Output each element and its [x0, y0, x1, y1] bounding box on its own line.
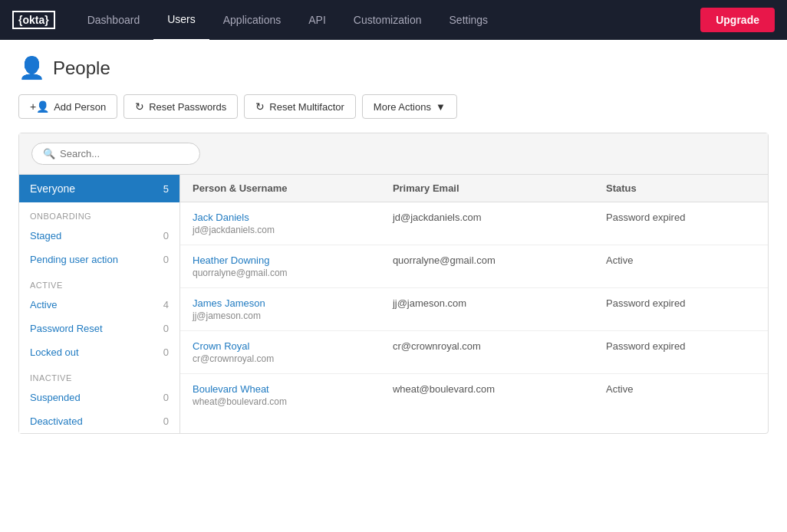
sidebar-item-staged[interactable]: Staged 0	[19, 224, 179, 248]
main-container: 🔍 Everyone 5 ONBOARDING Staged 0 Pendin	[18, 133, 769, 434]
sidebar: Everyone 5 ONBOARDING Staged 0 Pending u…	[19, 175, 180, 433]
nav-settings[interactable]: Settings	[436, 0, 502, 40]
reset-passwords-button[interactable]: ↻ Reset Passwords	[123, 94, 238, 119]
users-table: Person & Username Primary Email Status J…	[180, 175, 768, 416]
toolbar: +👤 Add Person ↻ Reset Passwords ↻ Reset …	[18, 94, 769, 119]
page-title: People	[53, 57, 110, 79]
section-label-onboarding: ONBOARDING	[19, 202, 179, 224]
user-status: Password expired	[606, 340, 685, 352]
search-bar: 🔍	[19, 133, 768, 175]
two-col-layout: Everyone 5 ONBOARDING Staged 0 Pending u…	[19, 175, 768, 433]
user-name-link[interactable]: Heather Downing	[193, 255, 368, 266]
sidebar-item-active[interactable]: Active 4	[19, 293, 179, 317]
chevron-down-icon: ▼	[436, 101, 446, 113]
col-person-username: Person & Username	[180, 175, 380, 202]
user-email: jj@jameson.com	[393, 297, 466, 309]
reset-multifactor-button[interactable]: ↻ Reset Multifactor	[244, 94, 356, 119]
nav-links: Dashboard Users Applications API Customi…	[74, 0, 701, 41]
user-status: Password expired	[606, 297, 685, 309]
search-input[interactable]	[60, 148, 183, 159]
add-person-icon: +👤	[30, 100, 49, 113]
add-person-button[interactable]: +👤 Add Person	[18, 94, 117, 119]
user-status: Active	[606, 255, 633, 266]
reset-multifactor-icon: ↻	[255, 100, 265, 113]
upgrade-button[interactable]: Upgrade	[700, 8, 775, 32]
nav-dashboard[interactable]: Dashboard	[74, 0, 154, 40]
nav-users[interactable]: Users	[153, 0, 209, 41]
user-username: cr@crownroyal.com	[193, 353, 368, 364]
users-table-area: Person & Username Primary Email Status J…	[180, 175, 768, 433]
sidebar-item-suspended[interactable]: Suspended 0	[19, 386, 179, 409]
table-row: Heather Downing quorralyne@gmail.com quo…	[180, 245, 768, 288]
user-email: jd@jackdaniels.com	[393, 212, 482, 223]
user-username: jd@jackdaniels.com	[193, 225, 368, 235]
nav-applications[interactable]: Applications	[209, 0, 295, 40]
people-icon: 👤	[18, 55, 45, 80]
sidebar-item-pending-user-action[interactable]: Pending user action 0	[19, 248, 179, 271]
user-name-link[interactable]: Crown Royal	[193, 340, 368, 352]
user-username: wheat@boulevard.com	[193, 396, 368, 407]
user-name-link[interactable]: James Jameson	[193, 297, 368, 309]
table-row: Boulevard Wheat wheat@boulevard.com whea…	[180, 374, 768, 417]
user-email: cr@crownroyal.com	[393, 340, 481, 352]
page-header: 👤 People	[18, 55, 769, 80]
everyone-label: Everyone	[30, 182, 75, 195]
user-email: wheat@boulevard.com	[393, 383, 495, 395]
more-actions-button[interactable]: More Actions ▼	[362, 94, 457, 119]
nav-api[interactable]: API	[295, 0, 340, 40]
table-row: Jack Daniels jd@jackdaniels.com jd@jackd…	[180, 202, 768, 245]
section-label-inactive: INACTIVE	[19, 364, 179, 386]
section-label-active: ACTIVE	[19, 271, 179, 293]
user-name-link[interactable]: Jack Daniels	[193, 212, 368, 223]
sidebar-item-locked-out[interactable]: Locked out 0	[19, 340, 179, 364]
user-username: quorralyne@gmail.com	[193, 268, 368, 278]
col-status: Status	[594, 175, 768, 202]
user-name-link[interactable]: Boulevard Wheat	[193, 383, 368, 395]
table-row: Crown Royal cr@crownroyal.com cr@crownro…	[180, 331, 768, 374]
okta-logo: {okta}	[12, 11, 55, 29]
user-username: jj@jameson.com	[193, 310, 368, 321]
user-email: quorralyne@gmail.com	[393, 255, 496, 266]
search-wrapper: 🔍	[31, 143, 200, 165]
user-status: Active	[606, 383, 633, 395]
search-icon: 🔍	[43, 148, 55, 159]
top-navigation: {okta} Dashboard Users Applications API …	[0, 0, 787, 40]
page-content: 👤 People +👤 Add Person ↻ Reset Passwords…	[0, 40, 787, 532]
sidebar-item-everyone[interactable]: Everyone 5	[19, 175, 179, 202]
everyone-count: 5	[163, 183, 169, 195]
sidebar-item-password-reset[interactable]: Password Reset 0	[19, 317, 179, 340]
table-row: James Jameson jj@jameson.com jj@jameson.…	[180, 288, 768, 331]
user-status: Password expired	[606, 212, 685, 223]
col-primary-email: Primary Email	[380, 175, 594, 202]
reset-passwords-icon: ↻	[135, 100, 144, 113]
sidebar-item-deactivated[interactable]: Deactivated 0	[19, 409, 179, 433]
nav-customization[interactable]: Customization	[340, 0, 436, 40]
